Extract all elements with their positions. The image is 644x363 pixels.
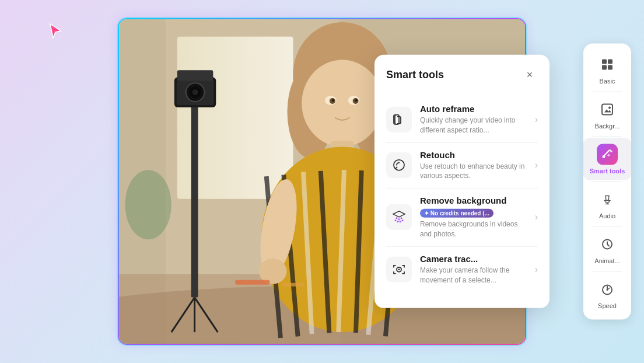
sidebar-divider-1	[593, 92, 621, 92]
svg-point-7	[125, 170, 171, 239]
camera-track-name: Camera trac...	[420, 254, 530, 264]
camera-track-icon	[386, 256, 412, 282]
animate-icon	[597, 234, 618, 255]
smart-tools-icon	[597, 144, 618, 165]
svg-point-55	[398, 162, 400, 163]
svg-point-54	[394, 160, 404, 170]
camera-track-content: Camera trac... Make your camera follow t…	[420, 254, 530, 285]
remove-bg-icon	[386, 204, 412, 230]
svg-point-18	[192, 89, 198, 95]
auto-reframe-name: Auto reframe	[420, 104, 530, 114]
tool-list: Auto reframe Quickly change your video i…	[374, 92, 550, 296]
tool-item-remove-bg[interactable]: Remove background ✦ No credits needed (.…	[374, 189, 550, 246]
panel-title: Smart tools	[386, 68, 444, 81]
basic-icon	[597, 54, 618, 75]
sidebar-divider-4	[593, 226, 621, 227]
audio-label: Audio	[599, 212, 615, 219]
remove-bg-badge: ✦ No credits needed (...	[420, 209, 494, 218]
sidebar-item-smart-tools[interactable]: Smart tools	[583, 138, 631, 180]
svg-rect-69	[602, 104, 612, 115]
auto-reframe-chevron: ›	[535, 114, 538, 125]
svg-rect-13	[191, 89, 198, 297]
background-label: Backgr...	[595, 123, 620, 130]
sidebar-divider-5	[593, 271, 621, 272]
svg-point-58	[401, 218, 402, 219]
auto-reframe-desc: Quickly change your video into different…	[420, 116, 530, 135]
svg-rect-51	[282, 283, 305, 287]
svg-point-76	[607, 289, 608, 291]
svg-point-49	[355, 99, 358, 102]
remove-bg-name: Remove background	[420, 196, 530, 205]
retouch-icon	[386, 152, 412, 178]
svg-point-48	[332, 99, 334, 102]
svg-rect-66	[608, 60, 612, 64]
close-button[interactable]: ×	[522, 67, 538, 83]
main-container: Smart tools × Auto reframe Quickly chang…	[13, 12, 631, 351]
sidebar-item-animate[interactable]: Animat...	[583, 228, 631, 270]
svg-point-59	[395, 220, 397, 222]
retouch-name: Retouch	[420, 149, 530, 159]
svg-point-61	[400, 221, 401, 223]
smart-tools-label: Smart tools	[590, 167, 625, 174]
svg-point-23	[302, 60, 383, 147]
camera-track-desc: Make your camera follow the movement of …	[420, 266, 530, 285]
animate-label: Animat...	[594, 257, 620, 264]
sidebar-item-basic[interactable]: Basic	[583, 48, 631, 90]
svg-rect-68	[608, 65, 612, 70]
smart-tools-panel: Smart tools × Auto reframe Quickly chang…	[374, 55, 550, 308]
camera-track-chevron: ›	[535, 264, 538, 274]
svg-point-71	[603, 155, 606, 158]
retouch-desc: Use retouch to enhance beauty in various…	[420, 161, 530, 181]
corner-handle-br[interactable]	[522, 340, 526, 345]
remove-bg-content: Remove background ✦ No credits needed (.…	[420, 196, 530, 239]
auto-reframe-content: Auto reframe Quickly change your video i…	[420, 104, 530, 135]
basic-label: Basic	[600, 78, 615, 85]
sidebar-item-background[interactable]: Backgr...	[583, 93, 631, 135]
svg-point-60	[397, 221, 399, 223]
remove-bg-desc: Remove backgrounds in videos and photos.	[420, 219, 530, 239]
auto-reframe-icon	[386, 107, 412, 132]
right-sidebar: Basic Backgr...	[583, 44, 631, 320]
retouch-content: Retouch Use retouch to enhance beauty in…	[420, 149, 530, 181]
tool-item-camera-track[interactable]: Camera trac... Make your camera follow t…	[374, 247, 550, 292]
svg-point-56	[396, 218, 398, 219]
svg-rect-19	[177, 70, 214, 81]
tool-item-auto-reframe[interactable]: Auto reframe Quickly change your video i…	[374, 97, 550, 142]
background-icon	[597, 99, 618, 120]
remove-bg-chevron: ›	[535, 212, 538, 222]
sidebar-divider-2	[593, 137, 621, 137]
svg-point-62	[402, 220, 404, 222]
svg-point-70	[608, 107, 611, 109]
sidebar-divider-3	[593, 182, 621, 182]
svg-rect-50	[235, 280, 270, 285]
speed-icon	[597, 279, 618, 300]
svg-rect-67	[602, 65, 607, 70]
panel-header: Smart tools ×	[374, 67, 550, 92]
svg-point-64	[398, 268, 400, 270]
speed-label: Speed	[598, 302, 617, 309]
svg-rect-65	[602, 60, 607, 64]
sidebar-item-audio[interactable]: Audio	[583, 183, 631, 225]
sidebar-item-speed[interactable]: Speed	[583, 273, 631, 315]
tool-item-retouch[interactable]: Retouch Use retouch to enhance beauty in…	[374, 142, 550, 188]
svg-point-57	[398, 219, 400, 221]
retouch-chevron: ›	[535, 160, 538, 170]
audio-icon	[597, 189, 618, 210]
